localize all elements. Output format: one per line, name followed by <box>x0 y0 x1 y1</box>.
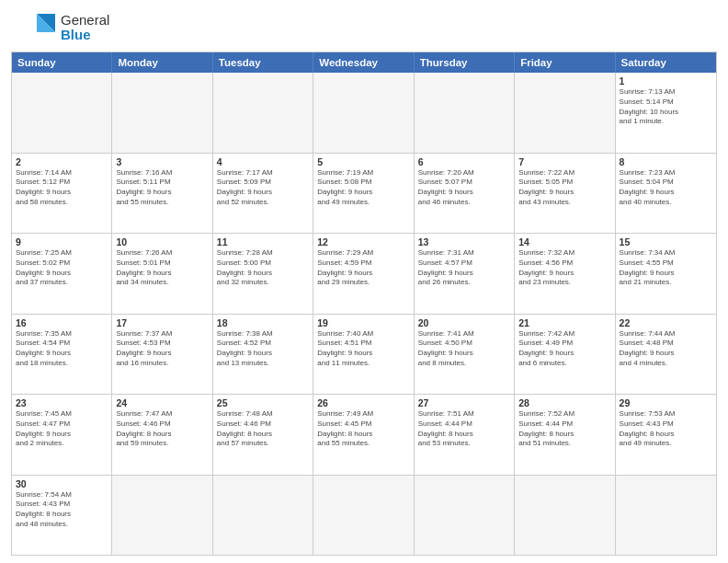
calendar-cell: 26Sunrise: 7:49 AM Sunset: 4:45 PM Dayli… <box>313 395 414 475</box>
day-number: 9 <box>16 236 108 247</box>
day-number: 15 <box>620 236 712 247</box>
day-number: 7 <box>518 156 610 167</box>
day-info: Sunrise: 7:13 AM Sunset: 5:14 PM Dayligh… <box>620 87 712 127</box>
day-header-sunday: Sunday <box>12 52 112 73</box>
day-info: Sunrise: 7:42 AM Sunset: 4:49 PM Dayligh… <box>518 329 610 369</box>
calendar-cell: 23Sunrise: 7:45 AM Sunset: 4:47 PM Dayli… <box>12 395 112 475</box>
day-info: Sunrise: 7:53 AM Sunset: 4:43 PM Dayligh… <box>620 409 712 449</box>
calendar-cell <box>112 73 212 153</box>
day-number: 13 <box>418 236 510 247</box>
day-number: 21 <box>518 317 610 328</box>
logo-text-blue: Blue <box>61 28 109 43</box>
day-number: 24 <box>116 397 208 408</box>
day-header-monday: Monday <box>112 52 212 73</box>
day-number: 29 <box>620 397 712 408</box>
calendar-cell: 10Sunrise: 7:26 AM Sunset: 5:01 PM Dayli… <box>112 234 212 314</box>
day-number: 22 <box>620 317 712 328</box>
day-number: 3 <box>116 156 208 167</box>
day-info: Sunrise: 7:29 AM Sunset: 4:59 PM Dayligh… <box>317 248 409 288</box>
calendar-cell: 18Sunrise: 7:38 AM Sunset: 4:52 PM Dayli… <box>213 315 313 395</box>
calendar-cell: 24Sunrise: 7:47 AM Sunset: 4:46 PM Dayli… <box>112 395 212 475</box>
day-number: 4 <box>217 156 309 167</box>
calendar-row-5: 30Sunrise: 7:54 AM Sunset: 4:43 PM Dayli… <box>12 476 716 556</box>
calendar-cell: 21Sunrise: 7:42 AM Sunset: 4:49 PM Dayli… <box>515 315 615 395</box>
day-info: Sunrise: 7:49 AM Sunset: 4:45 PM Dayligh… <box>317 409 409 449</box>
calendar-cell: 1Sunrise: 7:13 AM Sunset: 5:14 PM Daylig… <box>616 73 716 153</box>
calendar-row-2: 9Sunrise: 7:25 AM Sunset: 5:02 PM Daylig… <box>12 234 716 315</box>
day-number: 16 <box>16 317 108 328</box>
day-number: 1 <box>620 75 712 86</box>
day-info: Sunrise: 7:52 AM Sunset: 4:44 PM Dayligh… <box>518 409 610 449</box>
calendar-cell: 12Sunrise: 7:29 AM Sunset: 4:59 PM Dayli… <box>313 234 414 314</box>
calendar-row-3: 16Sunrise: 7:35 AM Sunset: 4:54 PM Dayli… <box>12 315 716 396</box>
day-info: Sunrise: 7:19 AM Sunset: 5:08 PM Dayligh… <box>317 168 409 208</box>
calendar-cell: 9Sunrise: 7:25 AM Sunset: 5:02 PM Daylig… <box>12 234 112 314</box>
calendar-cell: 25Sunrise: 7:48 AM Sunset: 4:46 PM Dayli… <box>213 395 313 475</box>
calendar-cell: 30Sunrise: 7:54 AM Sunset: 4:43 PM Dayli… <box>12 476 112 556</box>
calendar-cell: 2Sunrise: 7:14 AM Sunset: 5:12 PM Daylig… <box>12 154 112 234</box>
day-header-friday: Friday <box>515 52 615 73</box>
day-header-thursday: Thursday <box>415 52 515 73</box>
day-info: Sunrise: 7:47 AM Sunset: 4:46 PM Dayligh… <box>116 409 208 449</box>
calendar-cell: 6Sunrise: 7:20 AM Sunset: 5:07 PM Daylig… <box>415 154 515 234</box>
calendar-cell: 4Sunrise: 7:17 AM Sunset: 5:09 PM Daylig… <box>213 154 313 234</box>
day-number: 17 <box>116 317 208 328</box>
calendar-cell: 8Sunrise: 7:23 AM Sunset: 5:04 PM Daylig… <box>616 154 716 234</box>
day-info: Sunrise: 7:41 AM Sunset: 4:50 PM Dayligh… <box>418 329 510 369</box>
calendar-cell <box>12 73 112 153</box>
calendar-cell: 22Sunrise: 7:44 AM Sunset: 4:48 PM Dayli… <box>616 315 716 395</box>
day-info: Sunrise: 7:20 AM Sunset: 5:07 PM Dayligh… <box>418 168 510 208</box>
calendar-cell: 13Sunrise: 7:31 AM Sunset: 4:57 PM Dayli… <box>415 234 515 314</box>
calendar-cell: 20Sunrise: 7:41 AM Sunset: 4:50 PM Dayli… <box>415 315 515 395</box>
day-info: Sunrise: 7:32 AM Sunset: 4:56 PM Dayligh… <box>518 248 610 288</box>
day-number: 23 <box>16 397 108 408</box>
day-info: Sunrise: 7:44 AM Sunset: 4:48 PM Dayligh… <box>620 329 712 369</box>
day-number: 26 <box>317 397 409 408</box>
calendar-cell <box>515 476 615 556</box>
day-info: Sunrise: 7:34 AM Sunset: 4:55 PM Dayligh… <box>620 248 712 288</box>
day-info: Sunrise: 7:38 AM Sunset: 4:52 PM Dayligh… <box>217 329 309 369</box>
calendar-cell <box>313 73 414 153</box>
header: GeneralBlue <box>11 9 717 46</box>
day-number: 5 <box>317 156 409 167</box>
calendar: SundayMondayTuesdayWednesdayThursdayFrid… <box>11 52 717 556</box>
calendar-row-4: 23Sunrise: 7:45 AM Sunset: 4:47 PM Dayli… <box>12 395 716 476</box>
calendar-cell <box>213 476 313 556</box>
calendar-cell: 16Sunrise: 7:35 AM Sunset: 4:54 PM Dayli… <box>12 315 112 395</box>
calendar-cell: 17Sunrise: 7:37 AM Sunset: 4:53 PM Dayli… <box>112 315 212 395</box>
calendar-row-0: 1Sunrise: 7:13 AM Sunset: 5:14 PM Daylig… <box>12 73 716 154</box>
day-header-wednesday: Wednesday <box>313 52 414 73</box>
day-info: Sunrise: 7:25 AM Sunset: 5:02 PM Dayligh… <box>16 248 108 288</box>
day-info: Sunrise: 7:40 AM Sunset: 4:51 PM Dayligh… <box>317 329 409 369</box>
calendar-cell <box>313 476 414 556</box>
calendar-cell <box>616 476 716 556</box>
day-info: Sunrise: 7:31 AM Sunset: 4:57 PM Dayligh… <box>418 248 510 288</box>
day-info: Sunrise: 7:51 AM Sunset: 4:44 PM Dayligh… <box>418 409 510 449</box>
calendar-cell: 14Sunrise: 7:32 AM Sunset: 4:56 PM Dayli… <box>515 234 615 314</box>
day-number: 8 <box>620 156 712 167</box>
day-info: Sunrise: 7:28 AM Sunset: 5:00 PM Dayligh… <box>217 248 309 288</box>
day-header-saturday: Saturday <box>616 52 716 73</box>
day-number: 10 <box>116 236 208 247</box>
calendar-cell <box>415 476 515 556</box>
calendar-row-1: 2Sunrise: 7:14 AM Sunset: 5:12 PM Daylig… <box>12 154 716 235</box>
day-info: Sunrise: 7:54 AM Sunset: 4:43 PM Dayligh… <box>16 490 108 530</box>
day-info: Sunrise: 7:45 AM Sunset: 4:47 PM Dayligh… <box>16 409 108 449</box>
day-info: Sunrise: 7:35 AM Sunset: 4:54 PM Dayligh… <box>16 329 108 369</box>
day-number: 19 <box>317 317 409 328</box>
logo-area: GeneralBlue <box>11 9 109 46</box>
day-number: 27 <box>418 397 510 408</box>
day-info: Sunrise: 7:37 AM Sunset: 4:53 PM Dayligh… <box>116 329 208 369</box>
calendar-cell: 3Sunrise: 7:16 AM Sunset: 5:11 PM Daylig… <box>112 154 212 234</box>
calendar-cell: 15Sunrise: 7:34 AM Sunset: 4:55 PM Dayli… <box>616 234 716 314</box>
day-info: Sunrise: 7:16 AM Sunset: 5:11 PM Dayligh… <box>116 168 208 208</box>
day-number: 25 <box>217 397 309 408</box>
day-number: 30 <box>16 478 108 489</box>
day-number: 28 <box>518 397 610 408</box>
calendar-cell <box>515 73 615 153</box>
day-info: Sunrise: 7:26 AM Sunset: 5:01 PM Dayligh… <box>116 248 208 288</box>
calendar-cell: 29Sunrise: 7:53 AM Sunset: 4:43 PM Dayli… <box>616 395 716 475</box>
day-number: 2 <box>16 156 108 167</box>
day-headers: SundayMondayTuesdayWednesdayThursdayFrid… <box>12 52 716 73</box>
generalblue-logo-icon <box>11 9 57 46</box>
